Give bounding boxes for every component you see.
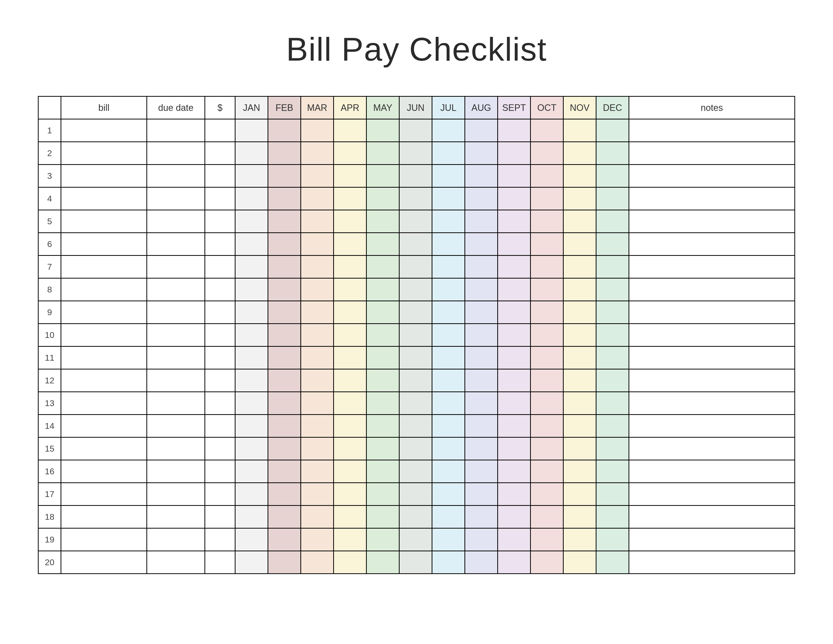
month-cell[interactable] — [399, 142, 432, 165]
month-cell[interactable] — [268, 506, 301, 528]
bill-cell[interactable] — [61, 346, 147, 369]
month-cell[interactable] — [596, 460, 629, 483]
month-cell[interactable] — [367, 233, 399, 256]
month-cell[interactable] — [465, 278, 498, 301]
month-cell[interactable] — [301, 301, 334, 324]
month-cell[interactable] — [367, 392, 399, 415]
month-cell[interactable] — [334, 346, 367, 369]
month-cell[interactable] — [268, 483, 301, 506]
month-cell[interactable] — [531, 483, 563, 506]
due-date-cell[interactable] — [147, 506, 205, 528]
month-cell[interactable] — [596, 369, 629, 392]
month-cell[interactable] — [301, 278, 334, 301]
month-cell[interactable] — [465, 460, 498, 483]
due-date-cell[interactable] — [147, 415, 205, 438]
amount-cell[interactable] — [205, 165, 235, 187]
notes-cell[interactable] — [629, 460, 795, 483]
notes-cell[interactable] — [629, 210, 795, 233]
amount-cell[interactable] — [205, 551, 235, 574]
month-cell[interactable] — [367, 165, 399, 187]
month-cell[interactable] — [531, 187, 563, 210]
notes-cell[interactable] — [629, 369, 795, 392]
notes-cell[interactable] — [629, 324, 795, 346]
month-cell[interactable] — [301, 187, 334, 210]
month-cell[interactable] — [498, 369, 531, 392]
month-cell[interactable] — [596, 438, 629, 460]
due-date-cell[interactable] — [147, 460, 205, 483]
amount-cell[interactable] — [205, 483, 235, 506]
month-cell[interactable] — [596, 506, 629, 528]
month-cell[interactable] — [498, 506, 531, 528]
month-cell[interactable] — [596, 233, 629, 256]
month-cell[interactable] — [498, 528, 531, 551]
bill-cell[interactable] — [61, 187, 147, 210]
month-cell[interactable] — [465, 165, 498, 187]
month-cell[interactable] — [301, 528, 334, 551]
month-cell[interactable] — [563, 392, 596, 415]
month-cell[interactable] — [531, 506, 563, 528]
month-cell[interactable] — [399, 506, 432, 528]
month-cell[interactable] — [367, 506, 399, 528]
due-date-cell[interactable] — [147, 165, 205, 187]
month-cell[interactable] — [301, 233, 334, 256]
month-cell[interactable] — [531, 369, 563, 392]
amount-cell[interactable] — [205, 278, 235, 301]
month-cell[interactable] — [334, 483, 367, 506]
bill-cell[interactable] — [61, 528, 147, 551]
month-cell[interactable] — [334, 233, 367, 256]
month-cell[interactable] — [268, 210, 301, 233]
due-date-cell[interactable] — [147, 278, 205, 301]
month-cell[interactable] — [465, 438, 498, 460]
month-cell[interactable] — [301, 415, 334, 438]
month-cell[interactable] — [334, 528, 367, 551]
due-date-cell[interactable] — [147, 210, 205, 233]
month-cell[interactable] — [235, 528, 268, 551]
month-cell[interactable] — [334, 460, 367, 483]
month-cell[interactable] — [465, 233, 498, 256]
bill-cell[interactable] — [61, 256, 147, 278]
month-cell[interactable] — [268, 346, 301, 369]
month-cell[interactable] — [596, 483, 629, 506]
month-cell[interactable] — [367, 346, 399, 369]
month-cell[interactable] — [301, 142, 334, 165]
month-cell[interactable] — [465, 483, 498, 506]
month-cell[interactable] — [399, 301, 432, 324]
month-cell[interactable] — [268, 438, 301, 460]
month-cell[interactable] — [432, 460, 465, 483]
month-cell[interactable] — [334, 301, 367, 324]
month-cell[interactable] — [498, 301, 531, 324]
month-cell[interactable] — [465, 119, 498, 142]
notes-cell[interactable] — [629, 256, 795, 278]
month-cell[interactable] — [235, 438, 268, 460]
month-cell[interactable] — [432, 301, 465, 324]
month-cell[interactable] — [531, 278, 563, 301]
bill-cell[interactable] — [61, 369, 147, 392]
due-date-cell[interactable] — [147, 369, 205, 392]
amount-cell[interactable] — [205, 324, 235, 346]
month-cell[interactable] — [563, 483, 596, 506]
month-cell[interactable] — [235, 119, 268, 142]
month-cell[interactable] — [563, 415, 596, 438]
month-cell[interactable] — [268, 324, 301, 346]
due-date-cell[interactable] — [147, 187, 205, 210]
bill-cell[interactable] — [61, 278, 147, 301]
month-cell[interactable] — [367, 324, 399, 346]
month-cell[interactable] — [235, 278, 268, 301]
notes-cell[interactable] — [629, 233, 795, 256]
month-cell[interactable] — [235, 506, 268, 528]
month-cell[interactable] — [334, 369, 367, 392]
month-cell[interactable] — [235, 415, 268, 438]
month-cell[interactable] — [432, 483, 465, 506]
month-cell[interactable] — [498, 187, 531, 210]
month-cell[interactable] — [563, 346, 596, 369]
month-cell[interactable] — [268, 165, 301, 187]
bill-cell[interactable] — [61, 506, 147, 528]
month-cell[interactable] — [563, 506, 596, 528]
bill-cell[interactable] — [61, 460, 147, 483]
month-cell[interactable] — [268, 460, 301, 483]
month-cell[interactable] — [399, 278, 432, 301]
month-cell[interactable] — [432, 142, 465, 165]
month-cell[interactable] — [465, 415, 498, 438]
month-cell[interactable] — [432, 438, 465, 460]
notes-cell[interactable] — [629, 301, 795, 324]
